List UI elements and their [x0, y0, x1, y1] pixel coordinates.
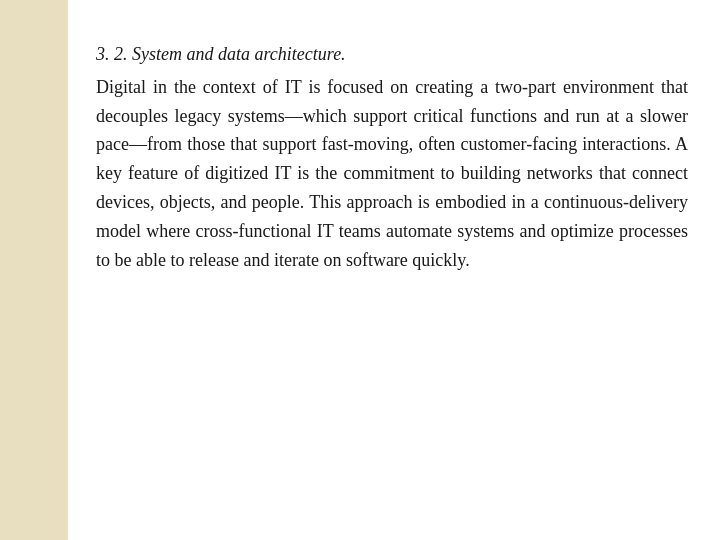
section-title: 3. 2. System and data architecture.: [96, 40, 688, 69]
body-text: Digital in the context of IT is focused …: [96, 73, 688, 275]
content-area: 3. 2. System and data architecture. Digi…: [68, 0, 720, 540]
left-sidebar: [0, 0, 68, 540]
text-block: 3. 2. System and data architecture. Digi…: [96, 40, 688, 274]
